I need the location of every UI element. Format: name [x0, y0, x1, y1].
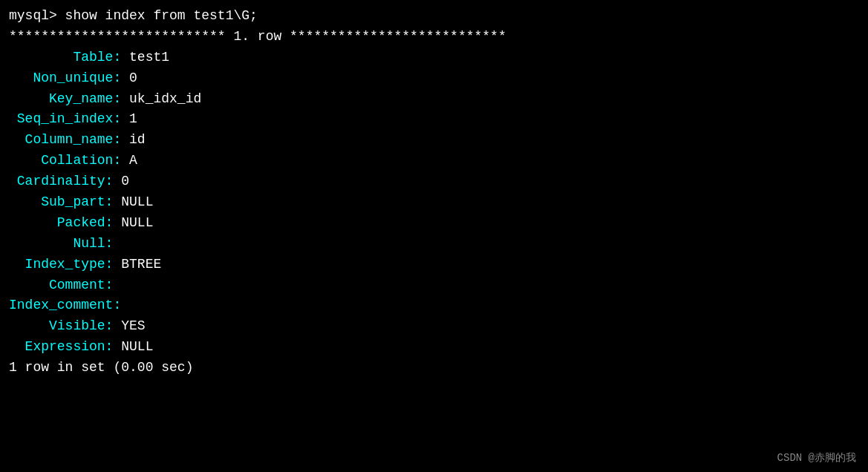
field-value: NULL: [121, 339, 153, 354]
field-value: id: [129, 132, 146, 147]
table-row: Table: test1: [9, 47, 859, 68]
field-name: Index_type:: [9, 257, 121, 272]
terminal-window: mysql> show index from test1\G; ********…: [0, 0, 868, 472]
field-value: YES: [121, 318, 145, 333]
field-name: Visible:: [9, 318, 121, 333]
field-name: Non_unique:: [9, 71, 129, 85]
prompt-line: mysql> show index from test1\G;: [9, 6, 859, 27]
table-row: Visible: YES: [9, 316, 859, 337]
rows-container: Table: test1 Non_unique: 0 Key_name: uk_…: [9, 47, 859, 358]
field-name: Key_name:: [9, 91, 129, 106]
table-row: Cardinality: 0: [9, 171, 859, 192]
field-name: Collation:: [9, 153, 129, 168]
field-value: test1: [129, 50, 169, 65]
field-name: Null:: [9, 236, 121, 251]
field-name: Table:: [9, 50, 129, 65]
result-line: 1 row in set (0.00 sec): [9, 358, 859, 378]
field-name: Expression:: [9, 339, 121, 354]
table-row: Index_comment:: [9, 295, 859, 316]
field-name: Index_comment:: [9, 298, 129, 312]
field-value: A: [129, 153, 137, 168]
field-name: Comment:: [9, 278, 121, 292]
field-value: NULL: [121, 194, 153, 209]
table-row: Null:: [9, 234, 859, 255]
field-value: NULL: [121, 215, 153, 230]
table-row: Collation: A: [9, 151, 859, 171]
watermark: CSDN @赤脚的我: [777, 451, 856, 465]
table-row: Index_type: BTREE: [9, 255, 859, 275]
separator-line: *************************** 1. row *****…: [9, 27, 859, 47]
table-row: Column_name: id: [9, 130, 859, 151]
table-row: Non_unique: 0: [9, 68, 859, 89]
field-name: Cardinality:: [9, 174, 121, 189]
table-row: Sub_part: NULL: [9, 192, 859, 213]
field-name: Sub_part:: [9, 194, 121, 209]
field-value: 0: [121, 174, 129, 189]
table-row: Packed: NULL: [9, 213, 859, 234]
table-row: Key_name: uk_idx_id: [9, 89, 859, 110]
table-row: Comment:: [9, 275, 859, 296]
field-name: Seq_in_index:: [9, 111, 129, 126]
field-name: Packed:: [9, 215, 121, 230]
table-row: Expression: NULL: [9, 337, 859, 358]
field-value: 0: [129, 71, 137, 85]
field-value: BTREE: [121, 257, 161, 272]
field-value: uk_idx_id: [129, 91, 201, 106]
field-value: 1: [129, 111, 137, 126]
table-row: Seq_in_index: 1: [9, 109, 859, 130]
field-name: Column_name:: [9, 132, 129, 147]
